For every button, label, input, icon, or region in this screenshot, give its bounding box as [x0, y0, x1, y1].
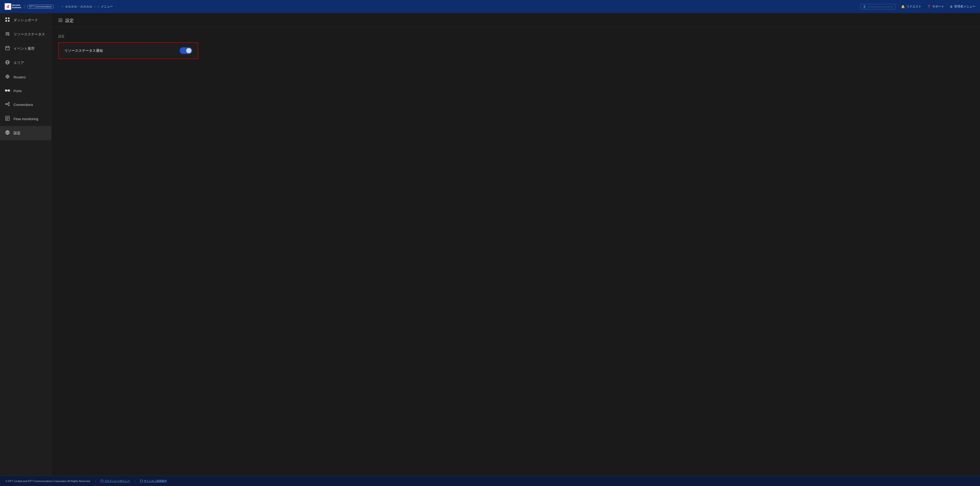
hamburger-icon	[58, 18, 62, 23]
settings-icon	[5, 130, 10, 136]
settings-content: 設定 リソースステータス通知	[51, 27, 980, 66]
gear-icon: ⚙	[950, 5, 953, 8]
sidebar-label-resource-status: リソースステータス	[14, 32, 45, 37]
terms-link[interactable]: サイトのご利用条件	[140, 479, 167, 483]
svg-point-27	[8, 102, 10, 103]
sidebar-item-area[interactable]: エリア	[0, 56, 51, 70]
ports-icon	[5, 89, 10, 93]
svg-rect-3	[8, 20, 10, 22]
logo-business-text: docomo business	[12, 4, 21, 9]
svg-point-35	[7, 132, 8, 133]
nav-left: d docomo business NTT Communications ✓ ル…	[5, 3, 113, 10]
router-icon	[5, 74, 10, 80]
sidebar-item-dashboard[interactable]: ダッシュボード	[0, 13, 51, 27]
user-icon: 👤	[863, 5, 866, 8]
breadcrumb-item-2[interactable]: ✓ メニュー	[97, 5, 113, 9]
link-icon-2	[140, 480, 143, 483]
user-info[interactable]: 👤 — — — — — — — —	[860, 4, 896, 10]
ntt-logo: NTT Communications	[24, 5, 54, 9]
request-label: リクエスト	[906, 5, 921, 9]
sidebar-item-flow-monitoring[interactable]: Flow monitoring	[0, 112, 51, 126]
breadcrumb-label-2: メニュー	[101, 5, 113, 9]
content-area: 設定 設定 リソースステータス通知	[51, 13, 980, 476]
link-icon-1	[100, 480, 103, 483]
user-label: — — — — — — — —	[867, 5, 893, 8]
grid-icon	[5, 17, 10, 23]
sidebar-label-routers: Routers	[14, 75, 26, 79]
nav-right: 👤 — — — — — — — — 🔔 リクエスト ❓ サポート ⚙ 管理者メニ…	[860, 4, 975, 10]
svg-point-26	[6, 103, 7, 105]
globe-icon	[5, 60, 10, 66]
ntt-badge: NTT Communications	[27, 5, 54, 9]
settings-section-title: 設定	[58, 34, 973, 38]
sidebar-label-event-history: イベント履歴	[14, 46, 35, 51]
notification-settings-card: リソースステータス通知	[58, 42, 198, 59]
terms-label: サイトのご利用条件	[144, 479, 167, 483]
page-title: 設定	[65, 18, 74, 23]
sidebar-label-dashboard: ダッシュボード	[14, 18, 38, 22]
sidebar-label-flow-monitoring: Flow monitoring	[14, 117, 38, 121]
svg-rect-37	[58, 20, 62, 21]
svg-rect-31	[6, 116, 10, 121]
docomo-logo: d docomo business	[5, 3, 21, 10]
breadcrumb: ✓ ルルルル・ルルルル › ✓ メニュー	[61, 5, 113, 9]
bell-icon: 🔔	[901, 5, 905, 8]
sidebar-label-ports: Ports	[14, 89, 22, 93]
privacy-policy-label: プライバシーポリシー	[104, 479, 130, 483]
sidebar: ダッシュボード リソースステータス	[0, 13, 51, 476]
connections-icon	[5, 102, 10, 108]
svg-line-29	[7, 103, 8, 104]
main-layout: ダッシュボード リソースステータス	[0, 13, 980, 476]
support-button[interactable]: ❓ サポート	[927, 5, 944, 9]
svg-rect-0	[5, 17, 7, 19]
flow-monitoring-icon	[5, 116, 10, 122]
svg-rect-39	[101, 480, 103, 482]
svg-rect-1	[8, 17, 10, 19]
support-label: サポート	[932, 5, 944, 9]
breadcrumb-check-icon: ✓	[61, 5, 64, 8]
resource-status-icon	[5, 32, 10, 37]
breadcrumb-label-1: ルルルル・ルルルル	[65, 5, 92, 9]
page-header: 設定	[51, 13, 980, 27]
svg-rect-25	[6, 90, 9, 91]
sidebar-item-resource-status[interactable]: リソースステータス	[0, 27, 51, 41]
notification-label: リソースステータス通知	[64, 49, 103, 53]
footer: © NTT Limited and NTT Communications Cor…	[0, 476, 980, 486]
admin-label: 管理者メニュー	[954, 5, 975, 9]
svg-rect-38	[58, 21, 62, 22]
privacy-policy-link[interactable]: プライバシーポリシー	[100, 479, 130, 483]
svg-point-28	[8, 105, 10, 106]
breadcrumb-check-icon-2: ✓	[97, 5, 100, 8]
top-navigation: d docomo business NTT Communications ✓ ル…	[0, 0, 980, 13]
resource-status-toggle[interactable]	[180, 48, 192, 54]
footer-divider-1: |	[95, 480, 96, 483]
sidebar-item-routers[interactable]: Routers	[0, 70, 51, 84]
footer-divider-2: |	[135, 480, 135, 483]
question-icon: ❓	[927, 5, 931, 8]
logo-d-letter: d	[5, 3, 11, 10]
svg-rect-2	[5, 20, 7, 22]
calendar-icon	[5, 46, 10, 52]
sidebar-label-settings: 設定	[14, 131, 21, 135]
breadcrumb-item-1[interactable]: ✓ ルルルル・ルルルル	[61, 5, 92, 9]
logo-area: d docomo business NTT Communications	[5, 3, 54, 10]
svg-point-18	[7, 76, 8, 77]
copyright-text: © NTT Limited and NTT Communications Cor…	[6, 480, 91, 483]
svg-rect-40	[140, 480, 143, 482]
admin-menu-button[interactable]: ⚙ 管理者メニュー	[950, 5, 975, 9]
breadcrumb-separator: ›	[94, 5, 95, 8]
svg-rect-10	[6, 46, 10, 50]
sidebar-label-area: エリア	[14, 61, 24, 65]
svg-rect-36	[58, 19, 62, 19]
toggle-slider	[180, 48, 192, 54]
svg-line-30	[7, 104, 8, 105]
sidebar-item-event-history[interactable]: イベント履歴	[0, 41, 51, 56]
sidebar-label-connections: Connections	[14, 103, 33, 106]
sidebar-item-connections[interactable]: Connections	[0, 97, 51, 112]
sidebar-item-settings[interactable]: 設定	[0, 126, 51, 140]
sidebar-item-ports[interactable]: Ports	[0, 84, 51, 97]
request-button[interactable]: 🔔 リクエスト	[901, 5, 921, 9]
